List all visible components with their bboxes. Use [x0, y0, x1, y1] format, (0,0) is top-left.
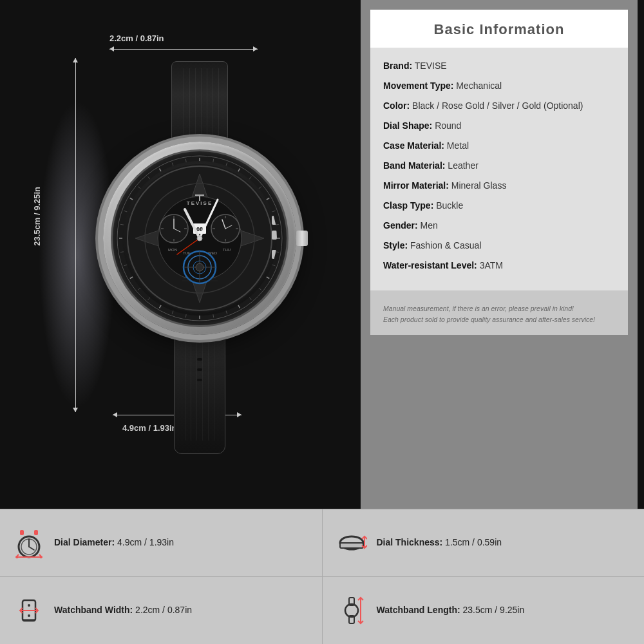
- footer-line: Manual measurement, if there is an error…: [383, 303, 615, 314]
- svg-rect-57: [199, 194, 200, 201]
- dial-diameter-icon: [14, 527, 44, 558]
- info-row: Clasp Type: Buckle: [383, 199, 615, 213]
- info-panel: Basic Information Brand: TEVISEMovement …: [361, 0, 638, 509]
- band-length-icon: [336, 594, 368, 627]
- info-row-label: Dial Shape:: [383, 120, 432, 131]
- info-row: Movement Type: Mechanical: [383, 79, 615, 93]
- watch-area: 2.2cm / 0.87in 23.5cm / 9.25in 4.9cm / 1…: [0, 0, 361, 509]
- info-row: Band Material: Leather: [383, 159, 615, 173]
- watchband-width-icon: [14, 595, 44, 626]
- spec-dial-diameter-label: Dial Diameter:: [54, 537, 117, 547]
- svg-text:TEVISE: TEVISE: [187, 200, 213, 206]
- main-area: 2.2cm / 0.87in 23.5cm / 9.25in 4.9cm / 1…: [0, 0, 644, 509]
- band-width-icon: [13, 594, 45, 627]
- spec-dial-thickness-value: 1.5cm / 0.59in: [445, 537, 502, 547]
- spec-dial-diameter-text: Dial Diameter: 4.9cm / 1.93in: [54, 536, 174, 549]
- info-row-label: Brand:: [383, 61, 412, 71]
- svg-point-93: [28, 614, 30, 617]
- watch-bezel: TEVISE 08 MON TUE WED THU: [113, 151, 287, 325]
- spec-dial-diameter-value: 4.9cm / 1.93in: [117, 537, 174, 547]
- info-footer: Manual measurement, if there is an error…: [370, 290, 628, 335]
- spec-watchband-width: Watchband Width: 2.2cm / 0.87in: [0, 577, 323, 644]
- spec-dial-thickness-text: Dial Thickness: 1.5cm / 0.59in: [377, 536, 502, 549]
- info-row: Color: Black / Rose Gold / Silver / Gold…: [383, 99, 615, 113]
- info-row-label: Clasp Type:: [383, 200, 433, 211]
- info-row-label: Color:: [383, 100, 410, 111]
- svg-text:MON: MON: [168, 248, 177, 252]
- dim-left-label: 23.5cm / 9.25in: [32, 187, 42, 246]
- specs-bar: Dial Diameter: 4.9cm / 1.93in Dial Thick…: [0, 509, 644, 644]
- info-header-title: Basic Information: [434, 21, 565, 37]
- info-row-value: Metal: [447, 140, 469, 151]
- info-body: Brand: TEVISEMovement Type: MechanicalCo…: [370, 48, 628, 290]
- spec-dial-diameter: Dial Diameter: 4.9cm / 1.93in: [0, 509, 323, 576]
- info-row-value: Leather: [448, 160, 478, 171]
- svg-point-92: [28, 604, 30, 607]
- info-row-label: Case Material:: [383, 140, 444, 151]
- info-row: Water-resistant Level: 3ATM: [383, 259, 615, 272]
- crown: [296, 231, 308, 246]
- svg-line-84: [29, 547, 34, 550]
- footer-line: Each product sold to provide quality ass…: [383, 314, 615, 325]
- strap-bottom: [174, 332, 225, 454]
- dial-thickness-icon: [336, 527, 367, 558]
- info-row-value: TEVISE: [415, 61, 447, 71]
- svg-rect-79: [20, 530, 24, 535]
- info-row-label: Movement Type:: [383, 80, 453, 91]
- svg-rect-87: [340, 543, 363, 548]
- spec-watchband-width-value: 2.2cm / 0.87in: [135, 605, 192, 615]
- watch-dial: TEVISE 08 MON TUE WED THU: [122, 161, 277, 316]
- watch-case: TEVISE 08 MON TUE WED THU: [103, 142, 296, 335]
- watchband-length-icon: [336, 595, 367, 626]
- info-row-value: Round: [435, 120, 461, 131]
- svg-rect-77: [272, 231, 277, 240]
- svg-text:THU: THU: [223, 248, 231, 252]
- info-row-value: Fashion & Casual: [410, 240, 482, 251]
- info-row: Gender: Men: [383, 219, 615, 232]
- info-row: Case Material: Metal: [383, 139, 615, 153]
- svg-rect-78: [272, 250, 277, 259]
- info-row-value: Buckle: [436, 200, 463, 211]
- info-row: Mirror Material: Mineral Glass: [383, 179, 615, 193]
- spec-dial-thickness: Dial Thickness: 1.5cm / 0.59in: [323, 509, 645, 576]
- specs-row-top: Dial Diameter: 4.9cm / 1.93in Dial Thick…: [0, 509, 644, 576]
- watch-face-icon: [13, 527, 45, 559]
- info-row-label: Band Material:: [383, 160, 445, 171]
- svg-point-75: [197, 236, 202, 241]
- specs-row-bottom: Watchband Width: 2.2cm / 0.87in Watchban…: [0, 576, 644, 644]
- svg-rect-80: [34, 530, 38, 535]
- info-row-label: Mirror Material:: [383, 180, 449, 191]
- watch-side-icon: [336, 527, 368, 559]
- watch-container: TEVISE 08 MON TUE WED THU: [71, 61, 328, 460]
- info-header: Basic Information: [370, 10, 628, 48]
- info-row-value: Black / Rose Gold / Silver / Gold (Optio…: [412, 100, 583, 111]
- dim-top-label: 2.2cm / 0.87in: [109, 33, 164, 43]
- dim-top-line: [109, 49, 258, 50]
- info-row: Style: Fashion & Casual: [383, 239, 615, 252]
- watch-face-svg: TEVISE 08 MON TUE WED THU: [122, 161, 277, 316]
- info-row-label: Style:: [383, 240, 408, 251]
- info-row-value: Mechanical: [456, 80, 502, 91]
- spec-watchband-width-text: Watchband Width: 2.2cm / 0.87in: [54, 604, 192, 617]
- info-row: Dial Shape: Round: [383, 119, 615, 133]
- svg-rect-76: [272, 216, 277, 225]
- spec-watchband-length-text: Watchband Length: 23.5cm / 9.25in: [377, 604, 525, 617]
- spec-dial-thickness-label: Dial Thickness:: [377, 537, 446, 547]
- svg-point-69: [196, 263, 204, 271]
- strap-top: [171, 61, 228, 145]
- info-row-value: Mineral Glass: [451, 180, 507, 191]
- info-row-value: Men: [421, 220, 438, 231]
- spec-watchband-length: Watchband Length: 23.5cm / 9.25in: [323, 577, 645, 644]
- info-row-value: 3ATM: [480, 260, 503, 270]
- spec-watchband-width-label: Watchband Width:: [54, 605, 135, 615]
- spec-watchband-length-value: 23.5cm / 9.25in: [463, 605, 525, 615]
- info-row-label: Water-resistant Level:: [383, 260, 477, 270]
- info-row: Brand: TEVISE: [383, 59, 615, 73]
- info-row-label: Gender:: [383, 220, 418, 231]
- spec-watchband-length-label: Watchband Length:: [377, 605, 463, 615]
